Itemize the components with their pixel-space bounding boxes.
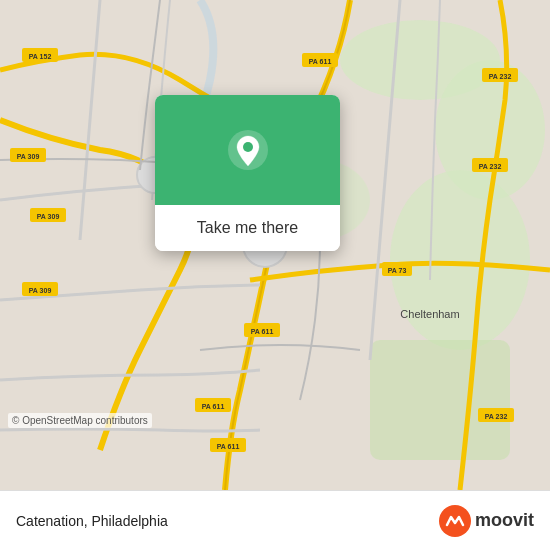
moovit-logo: moovit <box>439 505 534 537</box>
take-me-there-button[interactable]: Take me there <box>155 205 340 251</box>
svg-rect-5 <box>370 340 510 460</box>
svg-text:PA 309: PA 309 <box>17 153 40 160</box>
svg-text:PA 309: PA 309 <box>37 213 60 220</box>
svg-text:PA 611: PA 611 <box>309 58 332 65</box>
popup-map-preview <box>155 95 340 205</box>
svg-text:Cheltenham: Cheltenham <box>400 308 459 320</box>
svg-text:PA 309: PA 309 <box>29 287 52 294</box>
svg-text:PA 152: PA 152 <box>29 53 52 60</box>
svg-text:PA 232: PA 232 <box>479 163 502 170</box>
bottom-info: Catenation, Philadelphia <box>16 513 168 529</box>
location-pin-icon <box>226 128 270 172</box>
map-container: PA 152 PA 309 PA 309 PA 309 PA 611 PA 61… <box>0 0 550 490</box>
svg-text:PA 611: PA 611 <box>251 328 274 335</box>
svg-text:PA 232: PA 232 <box>485 413 508 420</box>
bottom-bar: Catenation, Philadelphia moovit <box>0 490 550 550</box>
moovit-icon <box>439 505 471 537</box>
svg-text:PA 611: PA 611 <box>202 403 225 410</box>
svg-point-34 <box>243 142 253 152</box>
moovit-text: moovit <box>475 510 534 531</box>
popup-card: Take me there <box>155 95 340 251</box>
svg-point-3 <box>390 170 530 350</box>
svg-text:PA 232: PA 232 <box>489 73 512 80</box>
map-attribution: © OpenStreetMap contributors <box>8 413 152 428</box>
svg-text:PA 73: PA 73 <box>388 267 407 274</box>
svg-text:PA 611: PA 611 <box>217 443 240 450</box>
location-title: Catenation, Philadelphia <box>16 513 168 529</box>
